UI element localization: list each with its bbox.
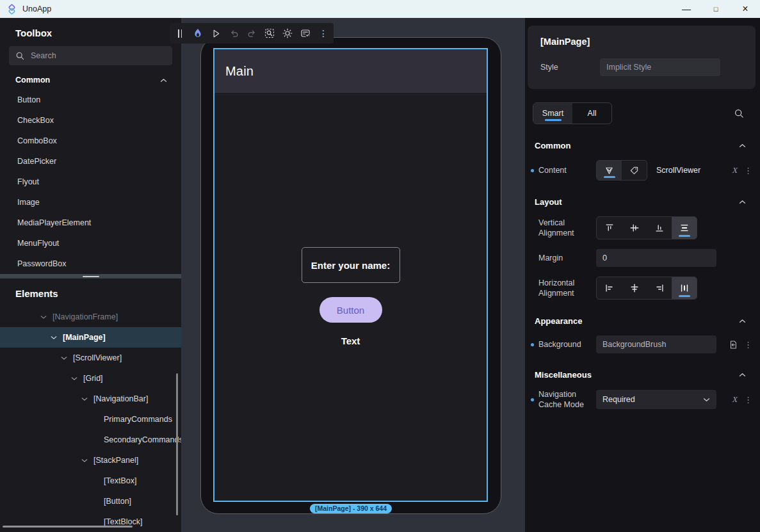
- element-inspect-icon[interactable]: [264, 28, 275, 39]
- play-button[interactable]: [211, 28, 221, 39]
- tree-item-label: [NavigationBar]: [93, 394, 148, 403]
- tree-item-label: [ScrollViewer]: [73, 353, 122, 362]
- toolbox-item-datepicker[interactable]: DatePicker: [0, 151, 181, 172]
- app-title: UnoApp: [22, 4, 51, 13]
- valign-bottom-button[interactable]: [647, 217, 672, 239]
- section-layout[interactable]: Layout: [535, 197, 746, 207]
- elements-horizontal-scrollbar[interactable]: [3, 526, 133, 528]
- toolbar-drag-handle[interactable]: [175, 28, 185, 39]
- close-button[interactable]: ×: [731, 0, 760, 18]
- property-menu-kebab-icon[interactable]: ⋮: [744, 340, 752, 350]
- margin-input[interactable]: 0: [596, 249, 716, 267]
- valign-top-button[interactable]: [597, 217, 622, 239]
- designer-toolbar: ⋮: [170, 23, 334, 44]
- panel-splitter[interactable]: [0, 274, 181, 278]
- section-miscellaneous[interactable]: Miscellaneous: [535, 370, 746, 380]
- device-screen[interactable]: Main Enter your name: Button Text: [213, 48, 488, 502]
- toolbox-item-checkbox[interactable]: CheckBox: [0, 110, 181, 131]
- section-common[interactable]: Common: [535, 141, 746, 150]
- theme-toggle-sun-icon[interactable]: [282, 28, 293, 39]
- tree-item-stackpanel[interactable]: [StackPanel]: [0, 450, 181, 471]
- tree-item-label: [TextBlock]: [104, 517, 142, 526]
- chevron-up-icon: [739, 143, 746, 148]
- tree-item-grid[interactable]: [Grid]: [0, 368, 181, 389]
- navigation-cache-mode-row: Navigation Cache Mode Required X ⋮: [525, 389, 760, 410]
- design-textbox[interactable]: Enter your name:: [302, 247, 400, 283]
- toolbox-search-input[interactable]: [31, 51, 166, 60]
- tree-item-primarycommands[interactable]: PrimaryCommands: [0, 409, 181, 430]
- chevron-down-icon[interactable]: [40, 313, 47, 321]
- tree-item-label: [NavigationFrame]: [53, 312, 118, 321]
- minimize-button[interactable]: —: [672, 0, 701, 18]
- modified-dot: [531, 169, 534, 172]
- toolbox-item-mediaplayerelement[interactable]: MediaPlayerElement: [0, 213, 181, 233]
- tree-item-textbox[interactable]: [TextBox]: [0, 471, 181, 491]
- tree-item-navigationframe[interactable]: [NavigationFrame]: [0, 307, 181, 327]
- content-label: Content: [538, 165, 596, 175]
- undo-button[interactable]: [229, 28, 239, 39]
- chevron-down-icon[interactable]: [81, 395, 88, 403]
- toolbox-item-flyout[interactable]: Flyout: [0, 172, 181, 192]
- section-appearance[interactable]: Appearance: [535, 316, 746, 326]
- tree-item-textblock[interactable]: [TextBlock]: [0, 512, 181, 532]
- more-options-kebab-icon[interactable]: ⋮: [318, 28, 328, 39]
- vertical-alignment-label: Vertical Alignment: [538, 218, 596, 239]
- toolbox-search[interactable]: [9, 46, 172, 65]
- redo-button[interactable]: [247, 28, 257, 39]
- chevron-down-icon[interactable]: [81, 456, 88, 464]
- toolbox-item-passwordbox[interactable]: PasswordBox: [0, 254, 181, 274]
- toolbox-category-header[interactable]: Common: [0, 76, 181, 85]
- halign-center-button[interactable]: [622, 277, 647, 299]
- halign-stretch-button[interactable]: [672, 277, 697, 299]
- toolbox-item-button[interactable]: Button: [0, 90, 181, 110]
- modified-dot: [531, 343, 534, 346]
- content-value-mode-button[interactable]: [622, 161, 647, 180]
- chevron-down-icon[interactable]: [60, 354, 68, 362]
- property-menu-kebab-icon[interactable]: ⋮: [744, 395, 752, 405]
- toolbox-panel: Toolbox Common: [0, 18, 181, 274]
- search-icon[interactable]: [734, 108, 745, 119]
- style-label: Style: [540, 63, 600, 72]
- design-textblock[interactable]: Text: [341, 335, 360, 346]
- window-controls: — □ ×: [672, 0, 760, 18]
- tree-item-scrollviewer[interactable]: [ScrollViewer]: [0, 348, 181, 368]
- tab-smart[interactable]: Smart: [533, 103, 572, 124]
- halign-right-button[interactable]: [647, 277, 672, 299]
- chevron-down-icon[interactable]: [70, 375, 78, 382]
- resource-reference-icon[interactable]: [729, 340, 738, 350]
- margin-label: Margin: [538, 253, 596, 263]
- halign-left-button[interactable]: [597, 277, 622, 299]
- xaml-binding-icon[interactable]: X: [732, 165, 738, 175]
- tree-item-navigationbar[interactable]: [NavigationBar]: [0, 389, 181, 409]
- style-input[interactable]: Implicit Style: [600, 58, 720, 76]
- page-body[interactable]: Enter your name: Button Text: [214, 93, 487, 501]
- toolbox-item-combobox[interactable]: ComboBox: [0, 131, 181, 151]
- inspector-tabs: Smart All: [533, 102, 745, 124]
- chevron-down-icon[interactable]: [50, 334, 58, 341]
- design-button[interactable]: Button: [319, 297, 382, 323]
- toolbox-item-menuflyout[interactable]: MenuFlyout: [0, 233, 181, 254]
- hierarchy-icon: [604, 166, 614, 175]
- task-list-icon[interactable]: [300, 28, 311, 39]
- page-navbar[interactable]: Main: [214, 49, 487, 93]
- tab-all[interactable]: All: [572, 103, 611, 124]
- navigation-cache-mode-select[interactable]: Required: [596, 390, 716, 409]
- modified-dot: [531, 398, 534, 401]
- tree-item-secondarycommands[interactable]: SecondaryCommands: [0, 430, 181, 450]
- xaml-binding-icon[interactable]: X: [732, 394, 738, 405]
- property-menu-kebab-icon[interactable]: ⋮: [744, 166, 752, 175]
- toolbox-item-image[interactable]: Image: [0, 192, 181, 213]
- tree-item-mainpage[interactable]: [MainPage]: [0, 327, 181, 348]
- background-input[interactable]: BackgroundBrush: [596, 335, 716, 353]
- uno-logo-icon: [6, 4, 17, 15]
- valign-center-button[interactable]: [622, 217, 647, 239]
- elements-vertical-scrollbar[interactable]: [176, 373, 178, 515]
- selected-element-card: [MainPage] Style Implicit Style: [528, 26, 756, 89]
- tree-item-button[interactable]: [Button]: [0, 491, 181, 512]
- content-value[interactable]: ScrollViewer: [656, 166, 700, 175]
- maximize-button[interactable]: □: [701, 0, 731, 18]
- content-element-mode-button[interactable]: [597, 161, 622, 180]
- hot-reload-flame-icon[interactable]: [193, 28, 203, 39]
- valign-stretch-button[interactable]: [672, 217, 697, 239]
- chevron-up-icon: [160, 78, 167, 83]
